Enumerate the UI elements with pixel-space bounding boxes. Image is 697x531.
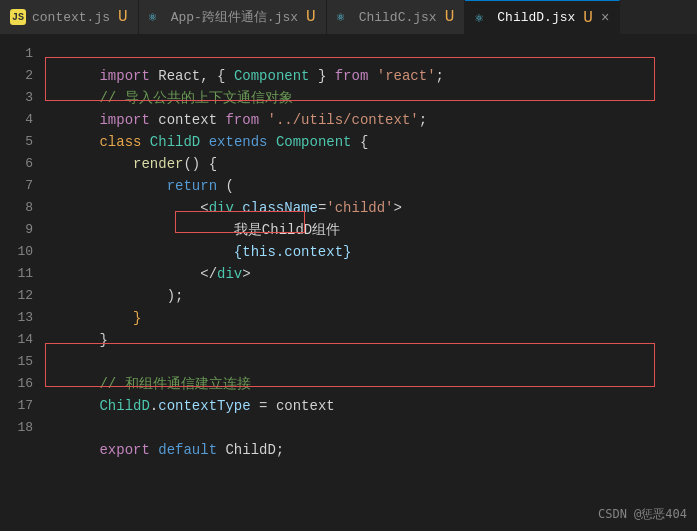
code-line-15: // 和组件通信建立连接 [49,351,697,373]
line-num-14: 14 [0,329,33,351]
code-line-5: render() { [49,131,697,153]
tab-unsaved-childd: U [583,9,593,27]
line-num-11: 11 [0,263,33,285]
code-line-2: // 导入公共的上下文通信对象 [49,65,697,87]
react-icon-childd: ⚛ [475,10,491,26]
code-line-3: import context from '../utils/context'; [49,87,697,109]
code-line-11: ); [49,263,697,285]
line-num-8: 8 [0,197,33,219]
line-num-18: 18 [0,417,33,439]
code-line-6: return ( [49,153,697,175]
line-num-17: 17 [0,395,33,417]
tab-context-js[interactable]: JS context.js U [0,0,139,34]
tab-app-jsx[interactable]: ⚛ App-跨组件通信.jsx U [139,0,327,34]
code-line-17 [49,395,697,417]
tab-childc-jsx[interactable]: ⚛ ChildC.jsx U [327,0,466,34]
code-line-9: {this.context} [49,219,697,241]
line-num-9: 9 [0,219,33,241]
code-line-7: <div className='childd'> [49,175,697,197]
js-icon: JS [10,9,26,25]
line-num-4: 4 [0,109,33,131]
code-line-12: } [49,285,697,307]
tab-bar: JS context.js U ⚛ App-跨组件通信.jsx U ⚛ Chil… [0,0,697,35]
code-line-10: </div> [49,241,697,263]
react-icon-app: ⚛ [149,9,165,25]
line-numbers: 1 2 3 4 5 6 7 8 9 10 11 12 13 14 15 16 1… [0,35,45,531]
react-icon-childc: ⚛ [337,9,353,25]
line-num-15: 15 [0,351,33,373]
code-line-16: ChildD.contextType = context [49,373,697,395]
code-line-8: 我是ChildD组件 [49,197,697,219]
tab-label-app: App-跨组件通信.jsx [171,8,298,26]
tab-unsaved-context: U [118,8,128,26]
code-line-14 [49,329,697,351]
code-line-13: } [49,307,697,329]
tab-label-childc: ChildC.jsx [359,10,437,25]
tab-unsaved-childc: U [445,8,455,26]
line-num-5: 5 [0,131,33,153]
tab-label-childd: ChildD.jsx [497,10,575,25]
tab-childd-jsx[interactable]: ⚛ ChildD.jsx U × [465,0,620,34]
tab-label-context: context.js [32,10,110,25]
code-line-4: class ChildD extends Component { [49,109,697,131]
tab-close-childd[interactable]: × [601,10,609,26]
code-line-18: export default ChildD; [49,417,697,439]
line-num-1: 1 [0,43,33,65]
tab-unsaved-app: U [306,8,316,26]
line-num-12: 12 [0,285,33,307]
line-num-16: 16 [0,373,33,395]
line-num-3: 3 [0,87,33,109]
line-num-6: 6 [0,153,33,175]
line-num-2: 2 [0,65,33,87]
code-line-1: import React, { Component } from 'react'… [49,43,697,65]
code-area: 1 2 3 4 5 6 7 8 9 10 11 12 13 14 15 16 1… [0,35,697,531]
line-num-10: 10 [0,241,33,263]
line-num-13: 13 [0,307,33,329]
watermark: CSDN @惩恶404 [598,506,687,523]
code-content[interactable]: import React, { Component } from 'react'… [45,35,697,531]
line-num-7: 7 [0,175,33,197]
